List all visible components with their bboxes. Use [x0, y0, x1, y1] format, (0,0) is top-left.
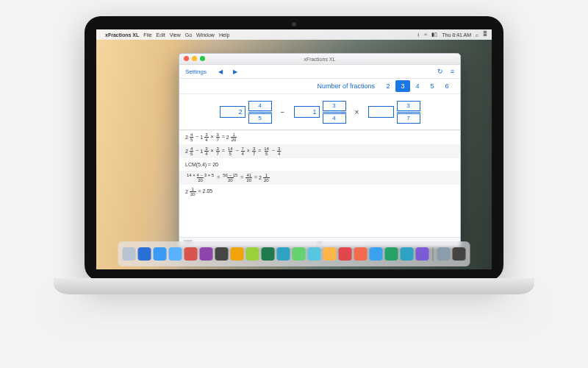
- laptop-camera: [292, 22, 296, 26]
- laptop-mock: xFractions XL File Edit View Go Window H…: [85, 16, 503, 311]
- operator-select[interactable]: ×: [354, 108, 361, 116]
- fraction-count-bar: Number of fractions 2 3 4 5 6: [179, 79, 460, 94]
- close-button[interactable]: [184, 56, 189, 61]
- fraction-input-row: 2 4 5 − 1 3: [179, 94, 460, 130]
- refresh-button[interactable]: ↻: [437, 68, 443, 75]
- dock-app-icon[interactable]: [354, 247, 368, 261]
- dock-app-icon[interactable]: [215, 247, 229, 261]
- dock-app-icon[interactable]: [385, 247, 398, 261]
- menubar-item[interactable]: Window: [196, 32, 215, 38]
- dock-app-icon[interactable]: [169, 247, 182, 261]
- battery-icon[interactable]: ▮▯: [431, 32, 437, 38]
- zoom-button[interactable]: [200, 56, 205, 61]
- menubar-item[interactable]: Help: [219, 32, 229, 38]
- dock-app-icon[interactable]: [437, 247, 451, 261]
- laptop-screen: xFractions XL File Edit View Go Window H…: [96, 29, 492, 269]
- laptop-base: [54, 278, 534, 294]
- bluetooth-icon[interactable]: ᚼ: [417, 32, 420, 38]
- fraction-term-1: 2 4 5: [220, 101, 272, 124]
- minimize-button[interactable]: [192, 56, 197, 61]
- work-step: LCM(5,4) = 20: [179, 158, 460, 171]
- dock-app-icon[interactable]: [138, 247, 151, 261]
- dock-app-icon[interactable]: [154, 247, 167, 261]
- dock-app-icon[interactable]: [339, 247, 352, 261]
- nav-next-button[interactable]: ▶: [233, 68, 237, 75]
- app-window: xFractions XL Settings ◀ ▶ ↻ ≡ Number o: [179, 53, 461, 247]
- whole-input[interactable]: 2: [220, 106, 245, 118]
- menubar-clock[interactable]: Thu 8:41 AM: [442, 32, 471, 38]
- menu-button[interactable]: ≡: [451, 68, 454, 75]
- fraction-count-option[interactable]: 4: [410, 80, 425, 92]
- menubar-item[interactable]: Go: [185, 32, 192, 38]
- numerator-input[interactable]: 3: [323, 101, 346, 111]
- fraction-count-option[interactable]: 5: [425, 80, 440, 92]
- wifi-icon[interactable]: ⌔: [424, 32, 427, 38]
- app-toolbar: Settings ◀ ▶ ↻ ≡: [179, 65, 460, 79]
- dock-separator: [433, 247, 434, 261]
- os-dock: [118, 241, 470, 266]
- fraction-bar: [323, 112, 346, 113]
- work-step: 14 × 4 − 3 × 520 = 56 − 1520 = 4120 = 21…: [179, 171, 460, 185]
- whole-input[interactable]: [368, 106, 394, 118]
- dock-app-icon[interactable]: [231, 247, 244, 261]
- dock-app-icon[interactable]: [293, 247, 306, 261]
- dock-app-icon[interactable]: [277, 247, 290, 261]
- fraction-bar: [397, 112, 420, 113]
- os-menubar: xFractions XL File Edit View Go Window H…: [96, 29, 492, 40]
- dock-app-icon[interactable]: [262, 247, 275, 261]
- menubar-app-name[interactable]: xFractions XL: [105, 32, 139, 38]
- denominator-input[interactable]: 7: [397, 113, 420, 124]
- nav-prev-button[interactable]: ◀: [218, 68, 223, 75]
- dock-app-icon[interactable]: [308, 247, 321, 261]
- fraction-term-3: 3 7: [368, 101, 420, 124]
- work-step: 2120 = 2.05: [179, 185, 460, 199]
- fraction-count-option-selected[interactable]: 3: [395, 80, 410, 92]
- settings-button[interactable]: Settings: [185, 68, 207, 75]
- work-area: 245 − 134 × 37 = 2120 245 − 134: [179, 130, 460, 237]
- fraction-count-option[interactable]: 6: [440, 80, 454, 92]
- fraction-bar: [248, 112, 272, 113]
- fraction-term-2: 1 3 4: [294, 101, 346, 124]
- dock-app-icon[interactable]: [123, 247, 136, 261]
- laptop-bezel: xFractions XL File Edit View Go Window H…: [85, 16, 503, 281]
- denominator-input[interactable]: 5: [248, 113, 272, 124]
- fraction-count-label: Number of fractions: [317, 82, 375, 90]
- dock-app-icon[interactable]: [246, 247, 259, 261]
- notification-center-icon[interactable]: ≣: [483, 32, 487, 38]
- work-step: 245 − 134 × 37 = 145 − 74 × 37 =: [179, 144, 460, 158]
- window-traffic-lights: [184, 56, 205, 61]
- numerator-input[interactable]: 4: [248, 101, 272, 111]
- fraction-count-option[interactable]: 2: [381, 80, 395, 92]
- menubar-item[interactable]: File: [143, 32, 151, 38]
- spotlight-icon[interactable]: ⌕: [476, 32, 478, 38]
- dock-app-icon[interactable]: [453, 247, 466, 261]
- dock-app-icon[interactable]: [416, 247, 429, 261]
- dock-app-icon[interactable]: [370, 247, 383, 261]
- dock-app-icon[interactable]: [323, 247, 337, 261]
- denominator-input[interactable]: 4: [323, 113, 346, 124]
- menubar-item[interactable]: View: [170, 32, 181, 38]
- dock-app-icon[interactable]: [401, 247, 414, 261]
- window-titlebar[interactable]: xFractions XL: [179, 54, 460, 65]
- window-title: xFractions XL: [304, 57, 336, 62]
- work-step: 245 − 134 × 37 = 2120: [179, 130, 460, 144]
- numerator-input[interactable]: 3: [397, 101, 420, 111]
- whole-input[interactable]: 1: [294, 106, 320, 118]
- dock-app-icon[interactable]: [200, 247, 213, 261]
- menubar-item[interactable]: Edit: [157, 32, 165, 38]
- operator-select[interactable]: −: [279, 108, 287, 116]
- dock-app-icon[interactable]: [184, 247, 198, 261]
